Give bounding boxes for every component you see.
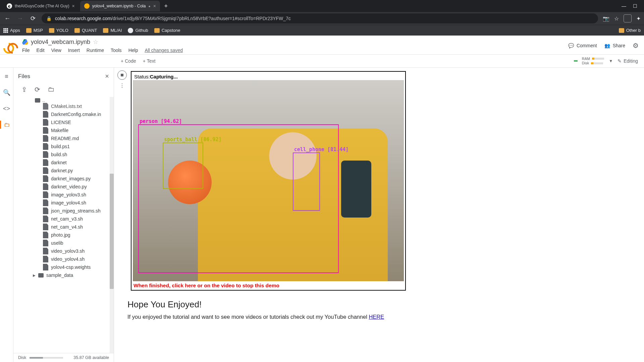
close-icon[interactable]: × [153,3,156,9]
file-row[interactable]: json_mjpeg_streams.sh [43,207,114,215]
bookmark-yolo[interactable]: YOLO [49,28,68,33]
resource-indicator[interactable]: RAM Disk [582,57,604,65]
stop-demo-text[interactable]: When finished, click here or on the vide… [133,281,404,289]
files-icon[interactable]: 🗀 [0,121,13,129]
folder-sample-data[interactable]: ▶ sample_data [18,271,114,279]
chevron-down-icon[interactable]: ▼ [609,59,613,63]
camera-icon[interactable]: 📷 [603,15,609,22]
tab-title: theAIGuysCode (The AI Guy) [15,4,69,8]
file-row[interactable]: uselib [43,239,114,247]
file-row[interactable]: DarknetConfig.cmake.in [43,110,114,118]
url-text: colab.research.google.com/drive/1xdjyBiY… [55,16,291,21]
file-name: photo.jpg [51,232,70,238]
menu-insert[interactable]: Insert [68,48,80,53]
webcam-video[interactable]: person [94.62]sports_ball [86.92]cell_ph… [133,80,404,281]
minimize-icon[interactable]: — [622,3,626,9]
file-row[interactable]: photo.jpg [43,231,114,239]
comment-icon: 💬 [568,43,574,48]
file-row[interactable]: net_cam_v3.sh [43,215,114,223]
comment-button[interactable]: 💬Comment [568,43,597,48]
file-row[interactable]: image_yolov4.sh [43,199,114,207]
drive-icon [22,39,28,45]
share-icon: 👥 [604,43,610,48]
file-row[interactable]: net_cam_v4.sh [43,223,114,231]
file-icon [43,175,48,182]
close-panel-button[interactable]: × [105,72,109,80]
detection-label: cell_phone [81.44] [293,146,350,153]
menu-view[interactable]: View [51,48,61,53]
file-icon [43,143,48,150]
text-cell: Hope You Enjoyed! If you enjoyed the tut… [127,299,429,320]
code-snippets-icon[interactable]: <> [3,105,11,113]
bookmark-msp[interactable]: MSP [26,28,43,33]
file-row[interactable]: darknet_images.py [43,175,114,183]
file-name: build.sh [51,152,67,157]
file-name: darknet_video.py [51,184,87,189]
file-row[interactable]: darknet_video.py [43,183,114,191]
extension-box-icon[interactable] [624,14,632,22]
menu-tools[interactable]: Tools [111,48,122,53]
add-code-button[interactable]: +Code [117,58,140,64]
youtube-link[interactable]: HERE [369,314,384,320]
upload-icon[interactable]: ⇪ [21,85,27,94]
github-icon [128,28,133,33]
file-icon [43,135,48,142]
cell-more-icon[interactable]: ⋮ [119,82,125,89]
star-button[interactable]: ☆ [93,38,98,46]
mount-drive-icon[interactable]: 🗀 [48,85,54,94]
forward-button[interactable]: → [16,15,24,22]
colab-icon [84,3,90,9]
close-icon[interactable]: × [72,3,75,9]
add-text-button[interactable]: +Text [140,58,159,64]
file-icon [43,248,48,254]
file-row[interactable]: CMakeLists.txt [43,102,114,110]
back-button[interactable]: ← [3,15,11,22]
search-icon[interactable]: 🔍 [3,88,11,97]
menu-edit[interactable]: Edit [37,48,45,53]
file-row[interactable]: README.md [43,134,114,142]
notebook-name[interactable]: yolov4_webcam.ipynb [31,39,90,46]
toc-icon[interactable]: ≡ [3,72,11,80]
file-row[interactable]: LICENSE [43,118,114,126]
colab-logo-icon[interactable] [3,40,18,54]
file-row[interactable]: build.sh [43,150,114,159]
refresh-icon[interactable]: ⟳ [35,85,40,94]
gear-icon[interactable]: ⚙ [633,42,639,50]
bookmark-capstone[interactable]: Capstone [154,28,180,33]
bookmark-mlai[interactable]: ML/AI [103,28,122,33]
maximize-icon[interactable]: ☐ [633,3,637,9]
bookmark-github[interactable]: Github [128,28,148,33]
browser-tab-github[interactable]: ◐ theAIGuysCode (The AI Guy) × [3,1,79,11]
file-row[interactable]: video_yolov3.sh [43,247,114,255]
file-row[interactable]: Makefile [43,126,114,134]
folder-icon [103,28,108,33]
menu-file[interactable]: File [22,48,30,53]
editing-mode-button[interactable]: ✎Editing [618,58,638,64]
scrollbar-thumb[interactable] [110,174,114,289]
run-cell-button[interactable] [117,70,127,80]
bookmark-apps[interactable]: Apps [3,28,20,33]
file-row[interactable]: video_yolov4.sh [43,255,114,263]
reload-button[interactable]: ⟳ [29,15,37,22]
file-row[interactable]: yolov4-csp.weights [43,263,114,271]
browser-tab-colab[interactable]: yolov4_webcam.ipynb - Cola ● × [80,1,160,11]
url-bar[interactable]: 🔒 colab.research.google.com/drive/1xdjyB… [42,13,598,23]
extensions-icon[interactable]: ✦ [636,15,641,22]
bookmark-other[interactable]: Other b [619,28,641,33]
share-button[interactable]: 👥Share [604,43,625,48]
connection-status-icon[interactable]: ••• [574,58,577,64]
new-tab-button[interactable]: + [161,1,171,11]
menu-help[interactable]: Help [128,48,138,53]
file-row[interactable]: darknet [43,159,114,167]
bookmark-quant[interactable]: QUANT [74,28,97,33]
file-row[interactable]: build.ps1 [43,142,114,150]
file-name: CMakeLists.txt [51,104,82,109]
save-status[interactable]: All changes saved [145,48,183,53]
file-row[interactable]: darknet.py [43,167,114,175]
file-row[interactable]: image_yolov3.sh [43,191,114,199]
star-icon[interactable]: ☆ [614,15,619,22]
file-name: darknet.py [51,168,73,173]
folder-icon [74,28,80,33]
scrollbar[interactable] [110,97,114,353]
menu-runtime[interactable]: Runtime [87,48,104,53]
